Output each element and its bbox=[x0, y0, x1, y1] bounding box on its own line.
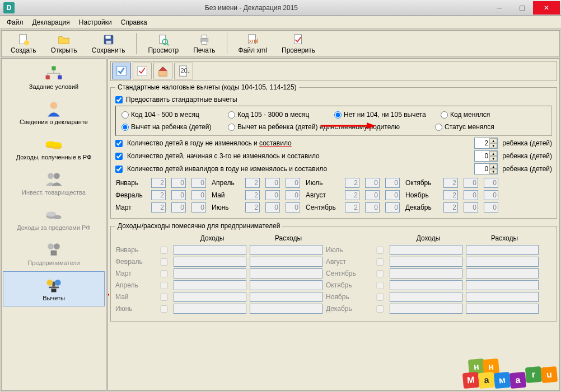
xml-file-icon: xml bbox=[246, 34, 259, 46]
coins-icon bbox=[44, 135, 64, 152]
month-input bbox=[265, 178, 280, 188]
svg-point-2 bbox=[24, 40, 29, 45]
save-icon bbox=[102, 34, 115, 46]
svg-rect-16 bbox=[46, 75, 50, 79]
radio-child[interactable]: Вычет на ребенка (детей) bbox=[121, 123, 222, 131]
expense-input bbox=[250, 280, 322, 290]
radio-code-changed[interactable]: Код менялся bbox=[441, 111, 497, 119]
month-label: Май bbox=[115, 293, 155, 301]
spin-down[interactable]: ▼ bbox=[489, 156, 497, 161]
entrep-check bbox=[158, 258, 170, 266]
sidebar-item-declarant[interactable]: Сведения о декларанте bbox=[3, 95, 105, 130]
children-input[interactable] bbox=[475, 138, 489, 148]
menu-help[interactable]: Справка bbox=[118, 17, 151, 27]
spin-up[interactable]: ▲ bbox=[489, 138, 497, 143]
month-label: Сентябрь bbox=[306, 204, 340, 211]
print-button[interactable]: Печать bbox=[186, 32, 222, 55]
radio-status-changed[interactable]: Статус менялся bbox=[435, 123, 497, 131]
children-label: Количество детей, начиная с 3-го не изме… bbox=[127, 152, 320, 160]
children-checkbox[interactable] bbox=[115, 153, 123, 160]
radio-105[interactable]: Код 105 - 3000 в месяц bbox=[228, 111, 329, 119]
month-input bbox=[265, 202, 280, 212]
svg-rect-14 bbox=[294, 34, 302, 44]
tab-property[interactable] bbox=[153, 63, 172, 79]
titlebar: D Без имени - Декларация 2015 ─ ▢ ✕ bbox=[0, 0, 561, 16]
month-input bbox=[151, 190, 166, 200]
sidebar-item-entrep[interactable]: Предприниматели bbox=[3, 236, 105, 271]
spin-down[interactable]: ▼ bbox=[489, 169, 497, 174]
month-input bbox=[151, 202, 166, 212]
svg-rect-11 bbox=[202, 41, 207, 44]
svg-rect-15 bbox=[52, 66, 55, 70]
standard-legend: Стандартные налоговые вычеты (коды 104-1… bbox=[115, 83, 299, 91]
month-input bbox=[365, 178, 380, 188]
children-row: Количество детей в году не изменялось и … bbox=[115, 138, 552, 149]
tab-standard[interactable] bbox=[112, 63, 131, 79]
standard-deductions-group: Стандартные налоговые вычеты (коды 104-1… bbox=[110, 83, 557, 219]
entrep-row: Февраль Август bbox=[115, 257, 552, 267]
sidebar-item-income-rf[interactable]: Доходы, полученные в РФ bbox=[3, 130, 105, 166]
spin-down[interactable]: ▼ bbox=[489, 143, 497, 148]
person-icon bbox=[44, 100, 64, 117]
menu-file[interactable]: Файл bbox=[3, 17, 27, 27]
month-label: Июнь bbox=[115, 305, 155, 313]
month-input bbox=[443, 190, 458, 200]
month-label: Апрель bbox=[212, 179, 241, 187]
spin-up[interactable]: ▲ bbox=[489, 151, 497, 156]
spin-up[interactable]: ▲ bbox=[489, 164, 497, 169]
brief-icon bbox=[44, 241, 64, 258]
radio-child-single[interactable]: Вычет на ребенка (детей) единственному р… bbox=[228, 123, 429, 131]
entrep-group: Доходы/расходы помесячно для предпринима… bbox=[110, 222, 557, 322]
children-input[interactable] bbox=[475, 164, 489, 174]
income-input bbox=[390, 292, 462, 302]
new-file-icon bbox=[17, 34, 30, 46]
svg-rect-35 bbox=[52, 289, 57, 292]
entrep-check bbox=[158, 247, 170, 254]
entrep-check bbox=[374, 282, 386, 289]
radio-104[interactable]: Код 104 - 500 в месяц bbox=[121, 111, 222, 119]
month-input bbox=[171, 202, 186, 212]
children-spinner[interactable]: ▲▼ bbox=[474, 163, 498, 174]
radio-none[interactable]: Нет ни 104, ни 105 вычета bbox=[334, 111, 435, 119]
month-label: Февраль bbox=[115, 258, 155, 266]
xml-button[interactable]: xml Файл xml bbox=[232, 32, 274, 55]
children-input[interactable] bbox=[475, 151, 489, 161]
sidebar-item-invest[interactable]: Инвест. товарищества bbox=[3, 166, 105, 201]
preview-button[interactable]: Просмотр bbox=[141, 32, 185, 55]
month-input bbox=[385, 190, 400, 200]
save-button[interactable]: Сохранить bbox=[85, 32, 132, 55]
tab-social[interactable] bbox=[133, 63, 152, 79]
sidebar-item-conditions[interactable]: Задание условий bbox=[3, 60, 105, 95]
create-button[interactable]: Создать bbox=[4, 32, 43, 55]
provide-standard-check[interactable]: Предоставить стандартные вычеты bbox=[115, 96, 552, 103]
sidebar-item-income-foreign[interactable]: Доходы за пределами РФ bbox=[3, 201, 105, 236]
month-input bbox=[385, 202, 400, 212]
month-label: Февраль bbox=[115, 191, 147, 199]
children-checkbox[interactable] bbox=[115, 140, 123, 147]
menubar: Файл Декларация Настройки Справка bbox=[0, 16, 561, 29]
children-checkbox[interactable] bbox=[115, 166, 123, 173]
month-label: Май bbox=[212, 191, 241, 199]
provide-standard-checkbox[interactable] bbox=[115, 96, 123, 103]
month-label: Октябрь bbox=[405, 179, 439, 187]
children-spinner[interactable]: ▲▼ bbox=[474, 138, 498, 149]
month-input bbox=[365, 202, 380, 212]
menu-declaration[interactable]: Декларация bbox=[29, 17, 73, 27]
main-panel: 20.. Стандартные налоговые вычеты (коды … bbox=[107, 58, 560, 391]
month-label: Ноябрь bbox=[326, 293, 371, 301]
month-input bbox=[345, 178, 359, 188]
maximize-button[interactable]: ▢ bbox=[511, 1, 533, 15]
minimize-button[interactable]: ─ bbox=[488, 1, 511, 15]
check-button[interactable]: Проверить bbox=[275, 32, 322, 55]
income-header: Доходы bbox=[176, 234, 249, 242]
month-label: Август bbox=[306, 191, 340, 199]
month-input bbox=[484, 178, 498, 188]
month-grid: ЯнварьАпрельИюльОктябрьФевральМайАвгустН… bbox=[115, 178, 552, 212]
children-spinner[interactable]: ▲▼ bbox=[474, 150, 498, 162]
svg-point-34 bbox=[55, 280, 61, 286]
sidebar-item-deductions[interactable]: Вычеты bbox=[3, 271, 105, 306]
tab-losses[interactable]: 20.. bbox=[174, 63, 193, 79]
close-button[interactable]: ✕ bbox=[533, 1, 560, 15]
menu-settings[interactable]: Настройки bbox=[76, 17, 115, 27]
open-button[interactable]: Открыть bbox=[44, 32, 84, 55]
